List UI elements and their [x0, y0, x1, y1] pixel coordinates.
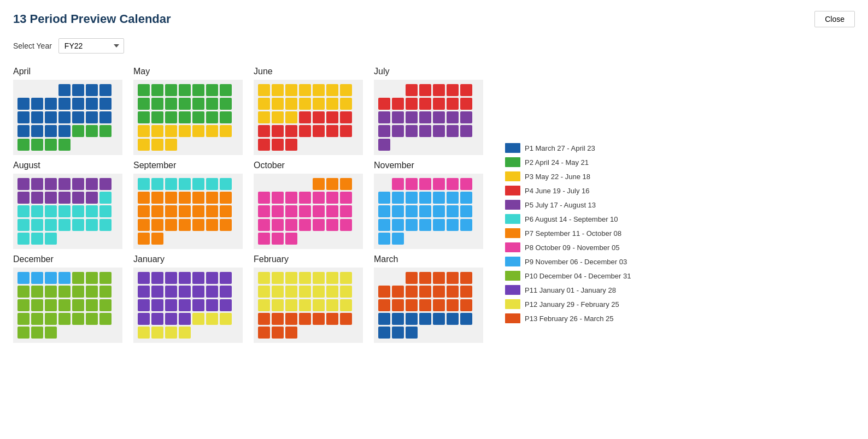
cal-cell: [326, 219, 338, 231]
cal-row: [258, 98, 359, 110]
cal-row: [138, 286, 238, 298]
cal-cell: [406, 327, 418, 339]
cal-row: [258, 84, 359, 96]
cal-cell: [419, 139, 431, 151]
legend-swatch-p1: [505, 143, 520, 153]
cal-cell: [460, 98, 472, 110]
legend-item-p5: P5 July 17 - August 13: [505, 200, 631, 210]
legend-item-p9: P9 November 06 - December 03: [505, 257, 631, 266]
cal-cell: [460, 111, 472, 123]
cal-row: [378, 178, 479, 190]
legend-item-p2: P2 April 24 - May 21: [505, 157, 631, 167]
cal-cell: [192, 233, 204, 245]
cal-cell: [313, 192, 325, 204]
cal-cell: [151, 178, 163, 190]
cal-cell: [206, 111, 218, 123]
cal-cell: [86, 286, 98, 298]
cal-cell: [406, 233, 418, 245]
cal-cell: [72, 178, 84, 190]
cal-cell: [340, 111, 352, 123]
cal-cell: [72, 219, 84, 231]
cal-cell: [340, 286, 352, 298]
calendar-month-title: October: [254, 161, 363, 170]
cal-row: [138, 327, 238, 339]
calendar-november: November: [374, 161, 483, 249]
cal-cell: [86, 327, 98, 339]
cal-cell: [220, 111, 232, 123]
calendar-april: April: [13, 67, 122, 155]
cal-cell: [86, 139, 98, 151]
calendar-month-title: November: [374, 161, 483, 170]
cal-cell: [58, 139, 71, 151]
year-select[interactable]: FY20FY21FY22FY23FY24: [58, 38, 124, 54]
cal-cell: [272, 205, 284, 217]
page: 13 Period Preview Calendar Close Select …: [0, 0, 868, 354]
cal-cell: [378, 327, 390, 339]
cal-cell: [285, 111, 297, 123]
cal-cell: [72, 139, 84, 151]
cal-cell: [138, 313, 150, 325]
cal-row: [258, 313, 359, 325]
cal-cell: [206, 219, 218, 231]
cal-cell: [99, 286, 112, 298]
cal-cell: [165, 192, 177, 204]
legend-label-p13: P13 February 26 - March 25: [525, 315, 614, 323]
cal-cell: [31, 84, 43, 96]
legend-swatch-p2: [505, 157, 520, 167]
cal-cell: [378, 178, 390, 190]
calendar-month-title: February: [254, 254, 363, 264]
cal-cell: [179, 111, 191, 123]
legend-label-p4: P4 June 19 - July 16: [525, 187, 590, 195]
calendar-grid-june: [254, 80, 363, 155]
cal-cell: [433, 139, 445, 151]
cal-cell: [99, 219, 112, 231]
cal-cell: [17, 286, 30, 298]
cal-row: [378, 219, 479, 231]
cal-row: [378, 192, 479, 204]
cal-cell: [58, 111, 71, 123]
cal-cell: [419, 178, 431, 190]
cal-cell: [72, 327, 84, 339]
cal-cell: [86, 272, 98, 284]
cal-cell: [220, 178, 232, 190]
cal-cell: [285, 84, 297, 96]
cal-cell: [406, 84, 418, 96]
cal-row: [138, 84, 238, 96]
cal-cell: [313, 233, 325, 245]
cal-cell: [192, 313, 204, 325]
close-button[interactable]: Close: [814, 11, 855, 27]
cal-cell: [460, 125, 472, 137]
cal-row: [138, 233, 238, 245]
legend-item-p4: P4 June 19 - July 16: [505, 186, 631, 195]
cal-cell: [326, 178, 338, 190]
cal-cell: [45, 111, 57, 123]
cal-cell: [72, 205, 84, 217]
cal-cell: [31, 286, 43, 298]
cal-row: [17, 327, 118, 339]
cal-cell: [299, 272, 311, 284]
cal-cell: [86, 178, 98, 190]
cal-cell: [86, 98, 98, 110]
cal-cell: [192, 286, 204, 298]
cal-cell: [220, 98, 232, 110]
calendar-month-title: March: [374, 254, 483, 264]
cal-row: [258, 272, 359, 284]
cal-cell: [220, 327, 232, 339]
cal-cell: [299, 313, 311, 325]
cal-cell: [313, 313, 325, 325]
cal-cell: [299, 125, 311, 137]
cal-cell: [406, 192, 418, 204]
cal-cell: [151, 299, 163, 311]
cal-cell: [406, 125, 418, 137]
cal-cell: [433, 233, 445, 245]
cal-cell: [460, 192, 472, 204]
cal-cell: [31, 139, 43, 151]
cal-cell: [220, 313, 232, 325]
cal-cell: [447, 139, 459, 151]
cal-cell: [378, 84, 390, 96]
cal-cell: [99, 327, 112, 339]
cal-cell: [285, 178, 297, 190]
cal-cell: [72, 313, 84, 325]
cal-cell: [179, 233, 191, 245]
cal-row: [258, 219, 359, 231]
